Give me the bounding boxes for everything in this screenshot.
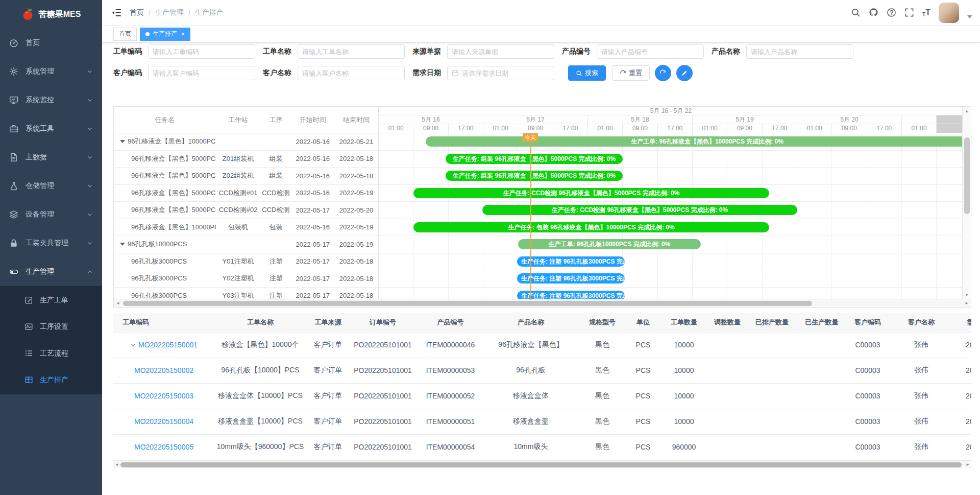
sidebar-item-系统工具[interactable]: 系统工具: [0, 114, 102, 143]
sidebar-item-主数据[interactable]: 主数据: [0, 143, 102, 172]
breadcrumb-item-生产管理[interactable]: 生产管理: [155, 8, 184, 17]
scroll-left-arrow-icon[interactable]: ◄: [113, 461, 120, 469]
github-icon[interactable]: [869, 8, 878, 17]
search-button[interactable]: 搜索: [568, 65, 606, 81]
sidebar-subitem-工序设置[interactable]: 工序设置: [0, 314, 102, 340]
cell-cust_code: C00003: [845, 409, 891, 434]
task-bar[interactable]: 生产任务: CCD检测 96孔移液盒【黑色】5000PCS 完成比例: 0%: [482, 205, 797, 215]
sidebar-item-首页[interactable]: 首页: [0, 29, 102, 57]
row-expand-caret-icon[interactable]: [130, 342, 136, 348]
table-row[interactable]: MO202205150001移液盒【黑色】10000个客户订单PO2022051…: [113, 332, 971, 358]
tab-close-icon[interactable]: ×: [181, 31, 185, 38]
task-bar[interactable]: 生产任务: 组装 96孔移液盒【黑色】5000PCS 完成比例: 0%: [446, 171, 623, 181]
产品编号-input[interactable]: [601, 48, 699, 56]
avatar-dropdown-caret-icon[interactable]: [967, 15, 972, 18]
gantt-task-row[interactable]: 96孔移液盒【黑色】10000PCS2022-05-162022-05-21: [114, 133, 378, 151]
sidebar-subitem-工艺流程[interactable]: 工艺流程: [0, 340, 102, 367]
selected-task-bar[interactable]: 生产任务: 注塑 96孔孔板3000PCS 完成: [517, 256, 625, 267]
work-order-bar[interactable]: 生产工单: 96孔移液盒【黑色】10000PCS 完成比例: 0%: [426, 136, 963, 147]
toggle-icon: [9, 267, 18, 276]
edit-round-button[interactable]: [676, 65, 693, 81]
gantt-vertical-scrollbar[interactable]: ▲▼: [962, 107, 971, 300]
collapse-caret-icon[interactable]: [120, 243, 125, 246]
gantt-task-row[interactable]: 96孔孔板3000PCSY01注塑机注塑2022-05-172022-05-18: [114, 253, 378, 271]
gantt-task-row[interactable]: 96孔移液盒【黑色】5000PCSZ01组装机组装2022-05-162022-…: [114, 151, 378, 168]
sidebar-item-仓储管理[interactable]: 仓储管理: [0, 172, 102, 200]
scroll-down-arrow-icon[interactable]: ▼: [963, 292, 971, 299]
table-row[interactable]: MO202205150003移液盒盒体【10000】PCS客户订单PO20220…: [113, 383, 971, 409]
app-logo[interactable]: 苦糖果MES: [0, 0, 102, 29]
breadcrumb-item-首页[interactable]: 首页: [130, 8, 144, 17]
breadcrumb-item-生产排产[interactable]: 生产排产: [195, 8, 224, 17]
gantt-header-工序: 工序: [260, 115, 291, 125]
collapse-caret-icon[interactable]: [120, 140, 125, 143]
gantt-task-row[interactable]: 96孔移液盒【黑色】5000PCSCCD检测#01CCD检测2022-05-16…: [114, 185, 378, 202]
客户编码-input[interactable]: [153, 69, 251, 77]
产品名称-input[interactable]: [751, 48, 849, 56]
sidebar-subitem-生产工单[interactable]: 生产工单: [0, 287, 102, 314]
table-horizontal-scrollbar[interactable]: ◄ ►: [113, 460, 971, 468]
work-order-link[interactable]: MO202205150004: [134, 417, 193, 426]
gantt-task-row[interactable]: 96孔孔板3000PCSY02注塑机注塑2022-05-172022-05-18: [114, 270, 378, 288]
reset-button[interactable]: 重置: [612, 65, 650, 81]
来源单据-input[interactable]: [452, 48, 550, 56]
work-order-link[interactable]: MO202205150001: [138, 341, 198, 349]
gantt-task-row[interactable]: 96孔移液盒【黑色】10000PCS包装机包装2022-05-162022-05…: [114, 219, 378, 237]
gantt-task-cell: 2022-05-18: [334, 172, 378, 180]
gantt-task-cell: CCD检测#02: [216, 205, 261, 215]
task-bar[interactable]: 生产任务: CCD检测 96孔移液盒【黑色】5000PCS 完成比例: 0%: [413, 188, 769, 198]
cell-source: 客户订单: [306, 409, 350, 434]
fullscreen-icon[interactable]: [904, 8, 914, 17]
gantt-horizontal-scrollbar[interactable]: ◄►: [114, 299, 971, 307]
cell-cust_code: C00003: [845, 358, 891, 383]
gantt-task-row[interactable]: 96孔孔板10000PCS2022-05-172022-05-19: [114, 236, 378, 253]
cell-adjust_qty: [709, 409, 745, 434]
sidebar-item-设备管理[interactable]: 设备管理: [0, 200, 102, 229]
table-hscroll-thumb[interactable]: [120, 462, 962, 467]
工单编码-input[interactable]: [153, 48, 251, 56]
user-avatar[interactable]: [939, 3, 959, 23]
gantt-left-body: 96孔移液盒【黑色】10000PCS2022-05-162022-05-2196…: [114, 133, 378, 300]
table-row[interactable]: MO20220515000296孔孔板【10000】PCS客户订单PO20220…: [113, 358, 971, 383]
work-order-link[interactable]: MO202205150003: [134, 392, 193, 400]
search-icon[interactable]: [851, 8, 861, 17]
column-header-产品编号: 产品编号: [416, 313, 485, 332]
tab-生产排产[interactable]: 生产排产×: [140, 28, 190, 41]
需求日期-input[interactable]: [462, 69, 550, 77]
task-bar[interactable]: 生产任务: 包装 96孔移液盒【黑色】10000PCS 完成比例: 0%: [413, 222, 769, 232]
font-size-icon[interactable]: TT: [922, 8, 930, 17]
客户名称-input[interactable]: [302, 69, 400, 77]
scroll-right-arrow-icon[interactable]: ►: [963, 299, 971, 308]
gantt-day-5月 17: 5月 17: [483, 115, 588, 124]
refresh-round-button[interactable]: [655, 65, 671, 81]
work-order-bar[interactable]: 生产工单: 96孔孔板10000PCS 完成比例: 0%: [518, 239, 701, 249]
task-bar[interactable]: 生产任务: 组装 96孔移液盒【黑色】5000PCS 完成比例: 0%: [446, 154, 623, 164]
sidebar-fold-icon[interactable]: [111, 8, 121, 18]
scroll-up-arrow-icon[interactable]: ▲: [963, 108, 971, 115]
sidebar-subitem-生产排产[interactable]: 生产排产: [0, 367, 102, 393]
question-icon[interactable]: [887, 8, 896, 17]
scroll-right-arrow-icon[interactable]: ►: [964, 461, 971, 469]
gantt-task-cell: 注塑: [260, 274, 291, 283]
sidebar-item-系统管理[interactable]: 系统管理: [0, 57, 102, 86]
gantt-task-row[interactable]: 96孔移液盒【黑色】5000PCSCCD检测#02CCD检测2022-05-17…: [114, 202, 378, 219]
gantt-task-row[interactable]: 96孔移液盒【黑色】5000PCSZ02组装机组装2022-05-162022-…: [114, 168, 378, 185]
sidebar-item-系统监控[interactable]: 系统监控: [0, 86, 102, 114]
filter-label: 客户编码: [113, 68, 143, 78]
work-order-link[interactable]: MO202205150005: [134, 443, 193, 451]
column-header-工单来源: 工单来源: [306, 313, 350, 332]
gantt-hscroll-thumb[interactable]: [123, 301, 812, 306]
gantt-task-name: 96孔移液盒【黑色】5000PCS: [114, 154, 216, 163]
selected-task-bar[interactable]: 生产任务: 注塑 96孔孔板3000PCS 完成: [517, 273, 625, 284]
工单名称-input[interactable]: [302, 48, 400, 56]
sidebar-item-工装夹具管理[interactable]: 工装夹具管理: [0, 229, 102, 257]
scroll-left-arrow-icon[interactable]: ◄: [114, 299, 122, 308]
tab-首页[interactable]: 首页: [113, 28, 137, 41]
work-order-link[interactable]: MO202205150002: [134, 366, 193, 374]
gantt-task-name: 96孔孔板10000PCS: [114, 240, 216, 249]
table-row[interactable]: MO20220515000510mm吸头【960000】PCS客户订单PO202…: [113, 434, 971, 460]
sidebar-item-生产管理[interactable]: 生产管理: [0, 257, 102, 286]
gantt-vscroll-thumb[interactable]: [964, 137, 970, 214]
gantt-task-row[interactable]: 96孔孔板3000PCSY03注塑机注塑2022-05-172022-05-18: [114, 288, 378, 300]
table-row[interactable]: MO202205150004移液盒盒盖【10000】PCS客户订单PO20220…: [113, 409, 971, 434]
